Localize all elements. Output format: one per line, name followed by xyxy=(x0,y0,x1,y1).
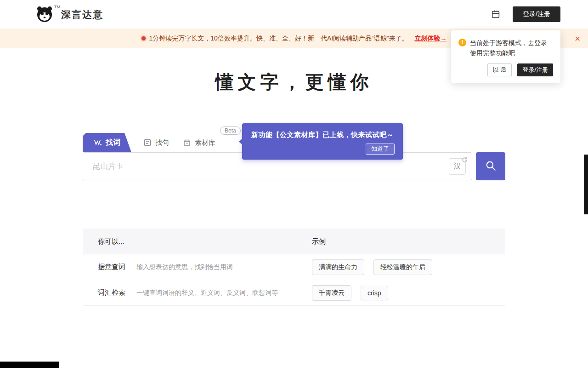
header-actions: 登录/注册 xyxy=(491,6,560,22)
example-chip[interactable]: 满满的生命力 xyxy=(312,259,364,275)
table-header-row: 你可以... 示例 xyxy=(83,229,505,254)
tooltip-arrow xyxy=(239,138,243,145)
language-toggle[interactable]: 汉 xyxy=(449,158,466,175)
example-chip[interactable]: 轻松温暖的午后 xyxy=(373,259,432,275)
table-row: 据意查词 输入想表达的意思，找到恰当用词 满满的生命力 轻松温暖的午后 xyxy=(83,254,505,280)
calendar-icon[interactable] xyxy=(491,9,501,19)
tab-material-library[interactable]: 素材库 xyxy=(181,133,217,152)
tooltip-message: 新功能【公文素材库】已上线，快来试试吧～ xyxy=(242,123,403,139)
announcement-text: 1分钟读完万字长文，10倍效率提升。快、准、全、好！新一代AI阅读辅助产品“语鲸… xyxy=(149,34,408,43)
announcement-dot-icon xyxy=(141,36,146,40)
search-input[interactable] xyxy=(83,162,449,171)
panda-logo-icon xyxy=(36,6,53,23)
table-row: 词汇检索 一键查询词语的释义、近义词、反义词、联想词等 千霄凌云 crisp xyxy=(83,280,505,305)
sentence-icon xyxy=(143,138,152,147)
feature-description: 输入想表达的意思，找到恰当用词 xyxy=(136,263,233,271)
language-spinner-icon xyxy=(462,156,468,162)
brand[interactable]: TM 深言达意 xyxy=(36,6,103,23)
login-register-button[interactable]: 登录/注册 xyxy=(513,6,560,22)
feature-tooltip: 新功能【公文素材库】已上线，快来试试吧～ 知道了 xyxy=(242,123,403,160)
brand-name: 深言达意 xyxy=(61,8,103,21)
example-chip[interactable]: 千霄凌云 xyxy=(312,285,351,301)
tab-find-word-label: 找词 xyxy=(106,138,120,148)
popup-login-register-button[interactable]: 登录/注册 xyxy=(517,63,553,76)
warning-icon: ! xyxy=(458,39,466,46)
tab-find-sentence-label: 找句 xyxy=(155,138,169,147)
archive-box-icon xyxy=(183,138,191,147)
tab-find-word[interactable]: 找词 xyxy=(83,133,131,152)
guest-mode-message: 当前处于游客模式，去登录使用完整功能吧 xyxy=(470,38,553,58)
feature-name: 据意查词 xyxy=(98,263,136,271)
language-toggle-label: 汉 xyxy=(454,161,461,171)
guest-mode-popup: ! 当前处于游客模式，去登录使用完整功能吧 以 后 登录/注册 xyxy=(451,30,560,83)
example-chip[interactable]: crisp xyxy=(361,286,388,300)
column-header-capabilities: 你可以... xyxy=(98,237,124,246)
main-content: 找词 找句 素材库 Beta 新功能【公文素材库】已上 xyxy=(83,133,505,306)
side-drawer-handle[interactable] xyxy=(584,155,588,214)
trademark-mark: TM xyxy=(54,5,60,9)
tab-material-library-label: 素材库 xyxy=(195,138,215,147)
feature-name: 词汇检索 xyxy=(98,288,136,297)
banner-close-icon[interactable]: ✕ xyxy=(573,32,582,45)
feature-description: 一键查询词语的释义、近义词、反义词、联想词等 xyxy=(136,289,278,297)
tooltip-confirm-button[interactable]: 知道了 xyxy=(366,144,395,155)
tab-find-sentence[interactable]: 找句 xyxy=(141,133,171,152)
usage-help-table: 你可以... 示例 据意查词 输入想表达的意思，找到恰当用词 满满的生命力 轻松… xyxy=(83,229,505,306)
search-button[interactable] xyxy=(476,152,505,180)
search-tabs: 找词 找句 素材库 Beta 新功能【公文素材库】已上 xyxy=(83,133,505,152)
beta-badge: Beta xyxy=(220,126,241,135)
column-header-examples: 示例 xyxy=(312,237,326,246)
search-icon xyxy=(485,160,497,173)
later-button[interactable]: 以 后 xyxy=(487,63,512,76)
find-word-logo-icon xyxy=(94,138,102,147)
banner-cta-link[interactable]: 立刻体验→ xyxy=(414,34,447,43)
bottom-status-strip xyxy=(0,362,59,368)
header: TM 深言达意 登录/注册 xyxy=(0,0,588,29)
